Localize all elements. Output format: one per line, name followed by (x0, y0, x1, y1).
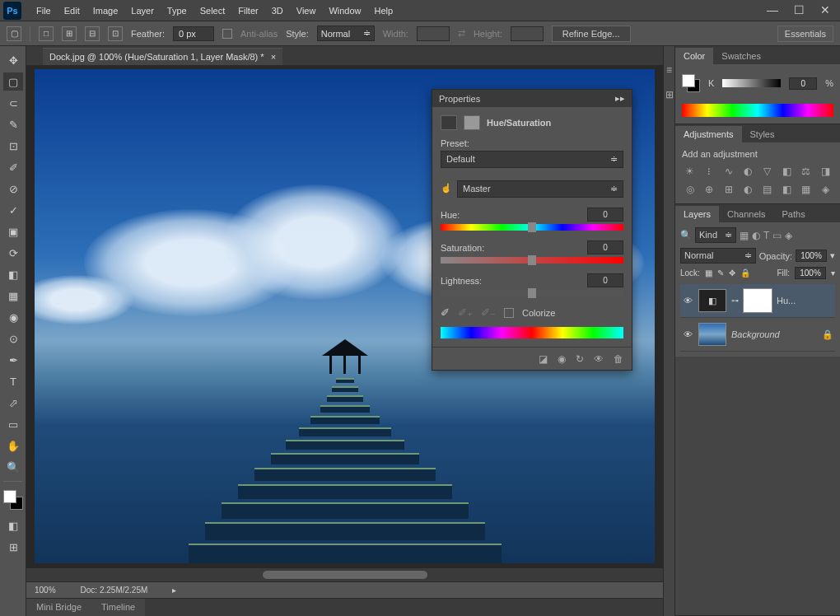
menu-help[interactable]: Help (368, 6, 400, 16)
layer-item[interactable]: 👁 Background 🔒 (680, 318, 835, 352)
document-tab[interactable]: Dock.jpg @ 100% (Hue/Saturation 1, Layer… (43, 48, 282, 65)
exposure-icon[interactable]: ◐ (740, 164, 757, 179)
status-arrow-icon[interactable]: ▸ (172, 586, 176, 595)
mask-icon[interactable] (464, 115, 480, 130)
layer-filter-dropdown[interactable]: Kind≑ (695, 227, 736, 243)
eyedropper-add-icon[interactable]: ✐₊ (458, 306, 473, 319)
filter-pixel-icon[interactable]: ▦ (740, 228, 749, 243)
hue-sat-icon[interactable]: ◧ (779, 164, 796, 179)
eyedropper-tool[interactable]: ✐ (3, 158, 23, 176)
filter-adjust-icon[interactable]: ◐ (752, 228, 760, 243)
panel-collapse-icon[interactable]: ▸▸ (615, 93, 625, 104)
gradient-tool[interactable]: ▦ (3, 287, 23, 305)
foreground-color[interactable] (3, 490, 16, 503)
layer-item[interactable]: 👁 ◧ ⊶ Hu... (680, 284, 835, 318)
hue-input[interactable]: 0 (587, 208, 623, 222)
color-spectrum[interactable] (682, 104, 833, 117)
visibility-icon[interactable]: 👁 (682, 296, 693, 306)
color-lookup-icon[interactable]: ⊞ (721, 182, 737, 197)
dodge-tool[interactable]: ⊙ (3, 329, 23, 348)
curves-icon[interactable]: ∿ (721, 164, 737, 179)
posterize-icon[interactable]: ▤ (759, 182, 776, 197)
blend-mode-dropdown[interactable]: Normal≑ (680, 248, 756, 264)
zoom-level[interactable]: 100% (35, 586, 56, 595)
link-icon[interactable]: ⊶ (731, 296, 739, 305)
panel-color-swatches[interactable] (682, 74, 700, 92)
tab-styles[interactable]: Styles (742, 126, 783, 142)
menu-window[interactable]: Window (322, 6, 367, 16)
style-dropdown[interactable]: Normal≑ (317, 26, 375, 41)
color-balance-icon[interactable]: ⚖ (798, 164, 814, 179)
adjustment-thumb[interactable]: ◧ (698, 289, 726, 312)
reset-icon[interactable]: ↻ (576, 353, 584, 365)
bw-icon[interactable]: ◨ (818, 164, 834, 179)
crop-tool[interactable]: ⊡ (3, 137, 23, 155)
finger-icon[interactable]: ☝ (441, 183, 452, 194)
refine-edge-button[interactable]: Refine Edge... (552, 26, 631, 42)
view-previous-icon[interactable]: ◉ (558, 353, 566, 365)
invert-icon[interactable]: ◐ (740, 182, 757, 197)
lightness-slider[interactable] (441, 290, 623, 296)
tab-layers[interactable]: Layers (675, 206, 719, 222)
lock-transparency-icon[interactable]: ▦ (705, 268, 712, 278)
marquee-tool[interactable]: ▢ (3, 72, 23, 91)
clone-stamp-tool[interactable]: ▣ (3, 222, 23, 240)
menu-file[interactable]: File (30, 6, 58, 16)
photo-filter-icon[interactable]: ◎ (682, 182, 698, 197)
selection-intersect-icon[interactable]: ⊡ (108, 26, 123, 41)
brightness-icon[interactable]: ☀ (682, 164, 698, 179)
color-swatches[interactable] (3, 490, 23, 510)
tab-timeline[interactable]: Timeline (91, 599, 145, 616)
selective-color-icon[interactable]: ◈ (818, 182, 834, 197)
preset-dropdown[interactable]: Default≑ (441, 151, 623, 168)
lock-pixels-icon[interactable]: ✎ (717, 268, 724, 278)
tab-channels[interactable]: Channels (719, 206, 773, 222)
menu-select[interactable]: Select (194, 6, 232, 16)
layer-thumb[interactable] (698, 323, 726, 346)
colorize-checkbox[interactable] (504, 308, 514, 318)
close-button[interactable]: ✕ (817, 3, 833, 16)
filter-shape-icon[interactable]: ▭ (772, 228, 782, 243)
lock-all-icon[interactable]: 🔒 (740, 268, 750, 278)
antialias-checkbox[interactable] (222, 29, 232, 39)
history-brush-tool[interactable]: ⟳ (3, 244, 23, 262)
tab-adjustments[interactable]: Adjustments (675, 126, 742, 142)
filter-smart-icon[interactable]: ◈ (785, 228, 792, 243)
levels-icon[interactable]: ⫶ (702, 164, 718, 179)
zoom-tool[interactable]: 🔍 (3, 458, 23, 476)
pen-tool[interactable]: ✒ (3, 351, 23, 369)
minimize-button[interactable]: — (764, 3, 781, 16)
menu-type[interactable]: Type (161, 6, 194, 16)
fill-arrow-icon[interactable]: ▾ (831, 268, 835, 278)
layer-name[interactable]: Background (731, 329, 817, 339)
history-panel-icon[interactable]: ≡ (662, 63, 677, 77)
shape-tool[interactable]: ▭ (3, 415, 23, 433)
fill-input[interactable] (795, 267, 826, 279)
selection-add-icon[interactable]: ⊞ (62, 26, 77, 41)
info-panel-icon[interactable]: ⊞ (662, 87, 677, 102)
k-slider[interactable] (722, 79, 781, 87)
healing-brush-tool[interactable]: ⊘ (3, 180, 23, 198)
type-tool[interactable]: T (3, 372, 23, 390)
selection-subtract-icon[interactable]: ⊟ (85, 26, 100, 41)
channel-mixer-icon[interactable]: ⊕ (702, 182, 718, 197)
clip-to-layer-icon[interactable]: ◪ (539, 353, 548, 365)
opacity-arrow-icon[interactable]: ▾ (830, 250, 835, 261)
tab-color[interactable]: Color (675, 48, 713, 64)
screen-mode-toggle[interactable]: ⊞ (3, 538, 23, 556)
horizontal-scrollbar[interactable] (26, 568, 663, 581)
marquee-tool-icon[interactable]: ▢ (7, 26, 21, 41)
hand-tool[interactable]: ✋ (3, 436, 23, 455)
saturation-slider[interactable] (441, 257, 623, 264)
hue-slider[interactable] (441, 224, 623, 231)
filter-type-icon[interactable]: T (763, 228, 769, 243)
lock-position-icon[interactable]: ✥ (729, 268, 735, 278)
gradient-map-icon[interactable]: ▦ (798, 182, 814, 197)
move-tool[interactable]: ✥ (3, 51, 23, 69)
delete-adjustment-icon[interactable]: 🗑 (614, 353, 623, 365)
selection-new-icon[interactable]: □ (39, 26, 54, 41)
path-select-tool[interactable]: ⬀ (3, 394, 23, 412)
menu-edit[interactable]: Edit (58, 6, 86, 16)
tab-swatches[interactable]: Swatches (713, 48, 769, 64)
saturation-input[interactable]: 0 (587, 240, 623, 254)
